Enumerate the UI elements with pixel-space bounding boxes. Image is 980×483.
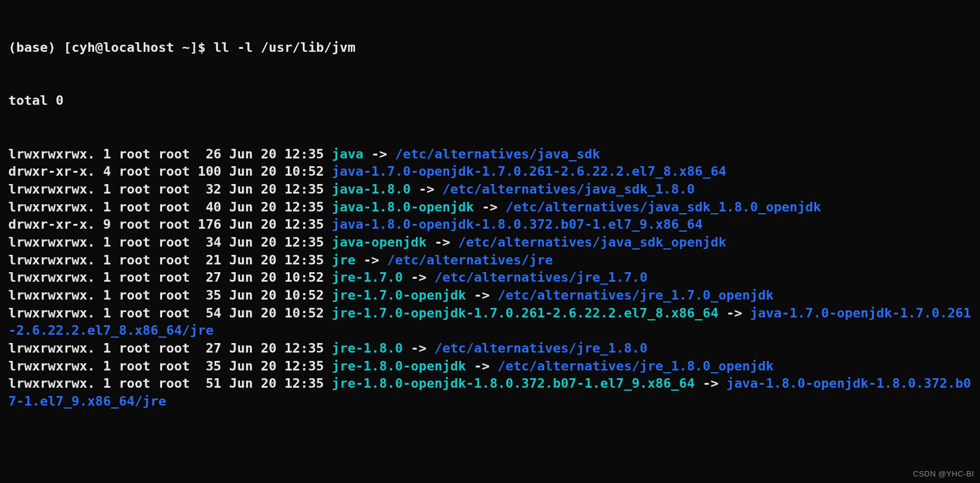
symlink-arrow: ->	[718, 306, 750, 320]
listing-row: lrwxrwxrwx. 1 root root 35 Jun 20 10:52 …	[8, 286, 972, 304]
listing-row: lrwxrwxrwx. 1 root root 26 Jun 20 12:35 …	[8, 145, 972, 163]
listing-row: drwxr-xr-x. 4 root root 100 Jun 20 10:52…	[8, 163, 972, 180]
file-name: java-1.8.0	[332, 182, 410, 197]
file-name: jre-1.8.0-openjdk	[332, 359, 466, 373]
symlink-target: /etc/alternatives/jre_1.7.0	[434, 270, 648, 285]
file-name: jre	[332, 253, 356, 267]
symlink-target: /etc/alternatives/jre_1.8.0	[434, 341, 648, 356]
file-name: java-openjdk	[332, 235, 427, 250]
directory-listing: lrwxrwxrwx. 1 root root 26 Jun 20 12:35 …	[8, 145, 972, 410]
file-name: jre-1.8.0-openjdk-1.8.0.372.b07-1.el7_9.…	[332, 376, 695, 391]
total-line: total 0	[8, 92, 972, 110]
command-text: ll -l /usr/lib/jvm	[213, 40, 355, 55]
symlink-target: /etc/alternatives/java_sdk_openjdk	[458, 235, 726, 250]
terminal-output: (base) [cyh@localhost ~]$ ll -l /usr/lib…	[0, 0, 980, 432]
listing-row: lrwxrwxrwx. 1 root root 34 Jun 20 12:35 …	[8, 233, 972, 251]
symlink-arrow: ->	[403, 270, 434, 285]
file-metadata: lrwxrwxrwx. 1 root root 35 Jun 20 12:35	[8, 359, 332, 373]
file-metadata: lrwxrwxrwx. 1 root root 26 Jun 20 12:35	[8, 147, 332, 161]
file-name: java-1.7.0-openjdk-1.7.0.261-2.6.22.2.el…	[332, 164, 726, 179]
symlink-arrow: ->	[474, 200, 505, 214]
symlink-arrow: ->	[466, 288, 497, 303]
file-metadata: lrwxrwxrwx. 1 root root 51 Jun 20 12:35	[8, 376, 332, 391]
symlink-arrow: ->	[411, 182, 443, 197]
file-name: java-1.8.0-openjdk	[332, 200, 474, 214]
prompt-line: (base) [cyh@localhost ~]$ ll -l /usr/lib…	[8, 39, 972, 57]
file-metadata: lrwxrwxrwx. 1 root root 27 Jun 20 10:52	[8, 270, 332, 285]
listing-row: lrwxrwxrwx. 1 root root 32 Jun 20 12:35 …	[8, 180, 972, 198]
symlink-target: /etc/alternatives/java_sdk_1.8.0	[443, 182, 695, 197]
file-name: jre-1.7.0	[332, 270, 403, 285]
listing-row: drwxr-xr-x. 9 root root 176 Jun 20 12:35…	[8, 216, 972, 233]
symlink-arrow: ->	[695, 376, 726, 391]
symlink-target: /etc/alternatives/jre	[387, 253, 553, 267]
file-name: java	[332, 147, 363, 161]
watermark-text: CSDN @YHC-BI	[913, 469, 974, 479]
listing-row: lrwxrwxrwx. 1 root root 51 Jun 20 12:35 …	[8, 375, 972, 410]
symlink-arrow: ->	[427, 235, 458, 250]
symlink-target: /etc/alternatives/java_sdk	[395, 147, 600, 161]
file-metadata: lrwxrwxrwx. 1 root root 54 Jun 20 10:52	[8, 306, 332, 320]
listing-row: lrwxrwxrwx. 1 root root 40 Jun 20 12:35 …	[8, 198, 972, 216]
listing-row: lrwxrwxrwx. 1 root root 21 Jun 20 12:35 …	[8, 251, 972, 269]
file-metadata: lrwxrwxrwx. 1 root root 27 Jun 20 12:35	[8, 341, 332, 356]
file-metadata: drwxr-xr-x. 9 root root 176 Jun 20 12:35	[8, 217, 332, 232]
symlink-target: /etc/alternatives/java_sdk_1.8.0_openjdk	[505, 200, 821, 214]
listing-row: lrwxrwxrwx. 1 root root 35 Jun 20 12:35 …	[8, 357, 972, 375]
symlink-arrow: ->	[403, 341, 434, 356]
file-metadata: lrwxrwxrwx. 1 root root 34 Jun 20 12:35	[8, 235, 332, 250]
file-metadata: lrwxrwxrwx. 1 root root 21 Jun 20 12:35	[8, 253, 332, 267]
symlink-arrow: ->	[356, 253, 387, 267]
shell-prompt: (base) [cyh@localhost ~]$	[8, 40, 213, 55]
file-name: jre-1.8.0	[332, 341, 403, 356]
file-name: java-1.8.0-openjdk-1.8.0.372.b07-1.el7_9…	[332, 217, 703, 232]
file-name: jre-1.7.0-openjdk	[332, 288, 466, 303]
symlink-arrow: ->	[363, 147, 395, 161]
listing-row: lrwxrwxrwx. 1 root root 27 Jun 20 10:52 …	[8, 269, 972, 286]
symlink-arrow: ->	[466, 359, 497, 373]
file-name: jre-1.7.0-openjdk-1.7.0.261-2.6.22.2.el7…	[332, 306, 718, 320]
file-metadata: drwxr-xr-x. 4 root root 100 Jun 20 10:52	[8, 164, 332, 179]
symlink-target: /etc/alternatives/jre_1.8.0_openjdk	[497, 359, 774, 373]
symlink-target: /etc/alternatives/jre_1.7.0_openjdk	[497, 288, 774, 303]
listing-row: lrwxrwxrwx. 1 root root 27 Jun 20 12:35 …	[8, 339, 972, 357]
file-metadata: lrwxrwxrwx. 1 root root 32 Jun 20 12:35	[8, 182, 332, 197]
file-metadata: lrwxrwxrwx. 1 root root 35 Jun 20 10:52	[8, 288, 332, 303]
listing-row: lrwxrwxrwx. 1 root root 54 Jun 20 10:52 …	[8, 304, 972, 339]
file-metadata: lrwxrwxrwx. 1 root root 40 Jun 20 12:35	[8, 200, 332, 214]
